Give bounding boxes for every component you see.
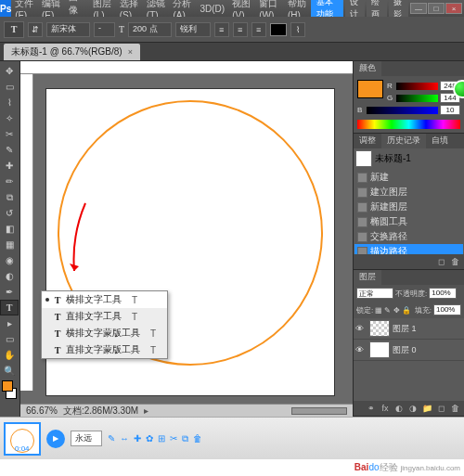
copy-icon[interactable]: ⧉ [182,433,188,444]
layer-name[interactable]: 图层 1 [393,323,417,335]
step-thumb[interactable]: 0:04 [4,422,41,456]
b-slider[interactable] [367,107,438,114]
brush-tool[interactable]: ✏ [0,174,19,189]
move-tool[interactable]: ✥ [0,63,19,79]
stamp-tool[interactable]: ⧉ [0,189,19,205]
history-snapshot[interactable]: 未标题-1 [354,148,464,169]
fill-tab[interactable]: 自填 [426,134,454,148]
g-label: G [387,94,394,102]
hue-bar[interactable] [357,120,460,129]
eraser-tool[interactable]: ◧ [0,221,19,237]
hand-tool[interactable]: ✋ [0,347,19,363]
history-brush-tool[interactable]: ↺ [0,205,19,221]
color-panel-swatch[interactable] [357,80,383,98]
layers-tab[interactable]: 图层 [354,270,381,285]
new-layer-icon[interactable]: ◻ [435,403,446,414]
resize-icon[interactable]: ↔ [120,433,129,444]
window-min-button[interactable]: — [410,3,427,14]
lock-icons[interactable]: ▦ ✎ ✥ 🔒 [375,306,411,315]
layers-panel: 图层 正常 不透明度: 100% 锁定: ▦ ✎ ✥ 🔒 填充: 100% 👁图… [354,270,464,417]
path-select-tool[interactable]: ▸ [0,315,19,331]
text-orient-button[interactable]: ⇵ [28,22,43,37]
font-family-select[interactable]: 新宋体 [46,22,90,37]
marquee-tool[interactable]: ▭ [0,79,19,95]
layer-row[interactable]: 👁图层 0 [354,340,464,361]
heal-tool[interactable]: ✚ [0,158,19,174]
aa-select[interactable]: 锐利 [175,22,211,37]
align-right-button[interactable]: ≡ [251,22,266,37]
r-label: R [387,82,394,90]
zoom-tool[interactable]: 🔍 [0,363,19,379]
crop-tool[interactable]: ✂ [0,126,19,142]
fg-color-swatch[interactable] [2,380,13,392]
history-item[interactable]: 椭圆工具 [354,214,463,229]
document-tab-close[interactable]: × [128,47,133,57]
opacity-input[interactable]: 100% [429,288,457,299]
link-layers-icon[interactable]: ⚭ [366,403,377,414]
window-max-button[interactable]: □ [428,3,445,14]
h-scrollbar[interactable] [291,407,347,415]
gradient-tool[interactable]: ▦ [0,237,19,252]
history-item[interactable]: 交换路径 [354,229,463,244]
flyout-vertical-mask[interactable]: T直排文字蒙版工具T [42,341,167,358]
text-color-swatch[interactable] [270,23,287,36]
shape-tool[interactable]: ▭ [0,331,19,347]
font-size-select[interactable]: 200 点 [128,22,172,37]
scissors-icon[interactable]: ✂ [170,433,177,444]
loop-mode-select[interactable]: 永远 [71,431,102,446]
wand-tool[interactable]: ✧ [0,110,19,126]
b-value[interactable]: 10 [440,105,460,115]
layer-thumb [369,341,390,358]
eyedrop-tool[interactable]: ✎ [0,142,19,158]
align-left-button[interactable]: ≡ [214,22,229,37]
mask-icon[interactable]: ◐ [393,403,405,414]
layer-name[interactable]: 图层 0 [393,344,417,356]
history-item-selected[interactable]: 描边路径 [354,244,463,254]
window-close-button[interactable]: × [445,3,462,14]
font-style-select[interactable]: - [94,22,115,37]
flyout-horizontal-mask[interactable]: T横排文字蒙版工具T [42,325,167,341]
color-tab[interactable]: 颜色 [354,61,381,76]
lasso-tool[interactable]: ⌇ [0,95,19,110]
blur-tool[interactable]: ◉ [0,252,19,268]
history-item[interactable]: 建立图层 [354,185,463,199]
add-icon[interactable]: ✚ [134,433,141,444]
zoom-readout[interactable]: 66.67% [26,405,58,416]
adjust-layer-icon[interactable]: ◑ [407,403,419,414]
flyout-horizontal-type[interactable]: T横排文字工具T [42,291,167,308]
blend-mode-select[interactable]: 正常 [356,288,393,299]
align-center-button[interactable]: ≡ [233,22,248,37]
layer-row[interactable]: 👁图层 1 [354,318,464,340]
r-slider[interactable] [396,83,438,90]
visibility-icon[interactable]: 👁 [355,324,367,333]
history-tab[interactable]: 历史记录 [381,134,426,148]
step-time: 0:04 [15,444,30,453]
warp-text-button[interactable]: ⌇ [290,22,305,37]
play-button[interactable]: ▶ [46,430,65,448]
fx-icon[interactable]: fx [380,403,391,414]
adjust-tab[interactable]: 调整 [354,134,381,148]
g-slider[interactable] [396,95,438,102]
new-snapshot-icon[interactable]: ◻ [435,256,446,267]
group-icon[interactable]: 📁 [421,403,432,414]
history-item[interactable]: 新建 [354,170,463,185]
watermark: Baido经验 jingyan.baidu.com [354,461,460,474]
fill-input[interactable]: 100% [433,304,461,315]
pencil-icon[interactable]: ✎ [108,433,115,444]
delete-layer-icon[interactable]: 🗑 [449,403,460,414]
titlebar: Ps 文件(F) 编辑(E) 图像(I) 图层(L) 选择(S) 滤镜(T) 分… [0,0,464,17]
type-tool[interactable]: T [0,300,19,315]
dodge-tool[interactable]: ◐ [0,268,19,284]
pen-tool[interactable]: ✒ [0,284,19,300]
color-fg-bg[interactable] [0,380,19,401]
flyout-vertical-type[interactable]: T直排文字工具T [42,308,167,325]
grid-icon[interactable]: ⊞ [158,433,165,444]
trash-icon[interactable]: 🗑 [193,433,202,444]
visibility-icon[interactable]: 👁 [355,345,367,354]
document-tab[interactable]: 未标题-1 @ 66.7%(RGB/8) × [4,44,140,60]
menu-3d[interactable]: 3D(D) [196,4,228,14]
history-item[interactable]: 新建图层 [354,199,463,214]
color-panel: 颜色 R248 G144 B10 [354,61,464,134]
delete-state-icon[interactable]: 🗑 [449,256,460,267]
flower-icon[interactable]: ✿ [146,433,153,444]
